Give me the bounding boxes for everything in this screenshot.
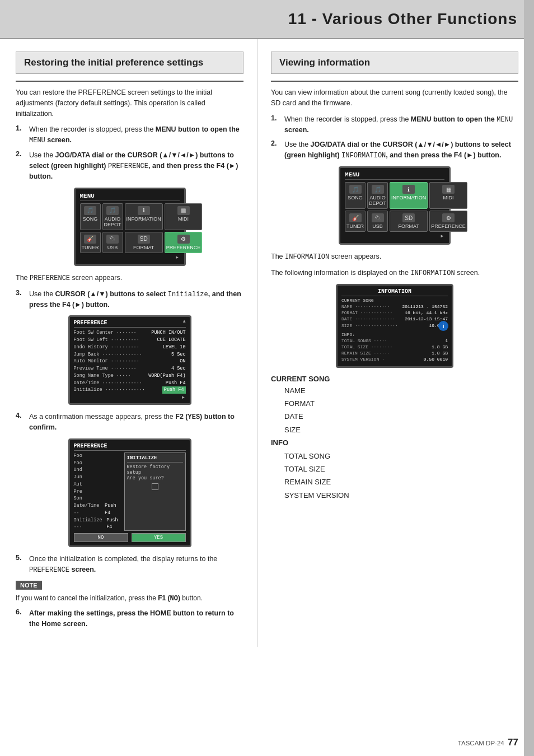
- right-section-heading: Viewing information: [271, 52, 518, 74]
- format-icon: SD: [138, 235, 150, 244]
- menu-item-song-r: 🎵 SONG: [345, 182, 366, 209]
- step-4-container: 4. As a confirmation message appears, pr…: [16, 412, 243, 433]
- step-3: 3. Use the CURSOR (▲/▼) buttons to selec…: [16, 289, 243, 310]
- info-item-date: DATE: [284, 410, 518, 423]
- page-footer: TASCAM DP-24 77: [458, 737, 518, 748]
- menu-scroll-indicator: ►: [80, 255, 180, 260]
- menu-item-tuner-r: 🎸 TUNER: [345, 211, 366, 232]
- init-dialog-title: INITIALIZE: [127, 455, 183, 463]
- menu-item-preference-highlighted: ⚙ PREFERENCE: [165, 232, 203, 253]
- right-step-1: 1. When the recorder is stopped, press t…: [271, 114, 518, 136]
- no-button[interactable]: NO: [74, 533, 128, 542]
- info-item-remain-size: REMAIN SIZE: [284, 475, 518, 488]
- left-column: Restoring the initial preference setting…: [0, 39, 257, 647]
- pref-row-initialize-highlighted: Initialize ·············· Push F4: [74, 386, 186, 394]
- menu-screen-title-left: MENU: [80, 193, 180, 201]
- yes-button[interactable]: YES: [132, 533, 186, 542]
- info-item-system-version: SYSTEM VERSION: [284, 489, 518, 502]
- current-song-cat: CURRENT SONG: [271, 375, 518, 383]
- info-item-format: FORMAT: [284, 397, 518, 410]
- song-icon-r: 🎵: [349, 185, 362, 194]
- pref-screen: PREFERENCE ▲ Foot SW Center ······· PUNC…: [68, 315, 191, 405]
- pref-row-preview-time: Preview Time ········· 4 Sec: [74, 365, 186, 372]
- midi-icon-r: ▦: [442, 185, 455, 194]
- menu-item-format-r: SD FORMAT: [390, 211, 428, 232]
- pref-scroll-down: ►: [74, 395, 186, 400]
- pref-row-foot-sw-center: Foot SW Center ······· PUNCH IN/OUT: [74, 329, 186, 337]
- right-step-2: 2. Use the JOG/DATA dial or the CURSOR (…: [271, 139, 518, 161]
- init-buttons: NO YES: [74, 533, 186, 542]
- menu-scroll-indicator-r: ►: [345, 234, 444, 239]
- menu-grid-left: 🎵 SONG 🎵 AUDIO DEPOT ℹ INFORMATION ▦ MID…: [80, 203, 180, 253]
- pref-screen-title: PREFERENCE ▲: [74, 320, 186, 328]
- usb-icon-r: 🔌: [372, 213, 384, 222]
- left-intro: You can restore the PREFERENCE screen se…: [16, 87, 243, 119]
- format-icon-r: SD: [402, 213, 415, 222]
- info-item-size: SIZE: [284, 423, 518, 436]
- note-label: NOTE: [16, 581, 42, 590]
- info-row-size: SIZE ················ 19.9 MB: [341, 323, 448, 329]
- header-bar: 11 - Various Other Functions: [0, 0, 534, 39]
- step-2: 2. Use the JOG/DATA dial or the CURSOR (…: [16, 150, 243, 182]
- menu-item-preference-r: ⚙ PREFERENCE: [429, 211, 467, 232]
- preference-icon-r: ⚙: [442, 213, 455, 222]
- step-5-container: 5. Once the initialization is completed,…: [16, 554, 243, 575]
- menu-item-audio-depot: 🎵 AUDIO DEPOT: [102, 203, 123, 230]
- info-icon: i: [438, 321, 448, 331]
- init-screen-container: PREFERENCE Foo Foo Und Jun Aut Pre Son D…: [16, 438, 243, 547]
- info-list: CURRENT SONG NAME FORMAT DATE SIZE INFO …: [271, 375, 518, 502]
- info-screen-title: INFOMATION: [341, 288, 448, 296]
- init-dialog-confirm: Are you sure?: [127, 475, 183, 481]
- pref-row-auto-monitor: Auto Monitor ·········· ON: [74, 358, 186, 365]
- note-box: NOTE: [16, 581, 243, 593]
- left-section-heading: Restoring the initial preference setting…: [16, 52, 243, 74]
- information-screen-note2: The following information is displayed o…: [271, 268, 518, 278]
- left-steps: 1. When the recorder is stopped, press t…: [16, 124, 243, 181]
- pref-screen-note: The PREFERENCE screen appears.: [16, 273, 243, 283]
- page-title: 11 - Various Other Functions: [288, 10, 517, 27]
- midi-icon: ▦: [177, 206, 190, 215]
- init-dialog: INITIALIZE Restore factory setup Are you…: [124, 452, 186, 531]
- page-number: 77: [508, 737, 518, 748]
- main-content: Restoring the initial preference setting…: [0, 39, 534, 647]
- step-3-container: 3. Use the CURSOR (▲/▼) buttons to selec…: [16, 289, 243, 310]
- step-4: 4. As a confirmation message appears, pr…: [16, 412, 243, 433]
- step-5: 5. Once the initialization is completed,…: [16, 554, 243, 575]
- right-steps: 1. When the recorder is stopped, press t…: [271, 114, 518, 161]
- info-row-system-version: SYSTEM VERSION · 0.50 0010: [341, 356, 448, 362]
- info-row-remain-size: REMAIN SIZE ······ 1.8 GB: [341, 350, 448, 356]
- right-intro: You can view information about the curre…: [271, 87, 518, 109]
- menu-item-information: ℹ INFORMATION: [125, 203, 163, 230]
- menu-item-usb: 🔌 USB: [102, 232, 123, 253]
- menu-item-information-highlighted: ℹ INFORMATION: [390, 182, 428, 209]
- menu-item-midi: ▦ MIDI: [165, 203, 203, 230]
- menu-item-midi-r: ▦ MIDI: [429, 182, 467, 209]
- pref-row-undo-history: Undo History ·········· LEVEL 10: [74, 344, 186, 351]
- menu-grid-right: 🎵 SONG 🎵 AUDIO DEPOT ℹ INFORMATION ▦ MID…: [345, 182, 444, 232]
- information-screen-note: The INFORMATION screen appears.: [271, 251, 518, 262]
- info-row-total-size: TOTAL SIZE ········ 1.8 GB: [341, 344, 448, 350]
- info-screen-container: INFOMATION CURRENT SONG NAME ···········…: [271, 284, 518, 368]
- step-6-container: 6. After making the settings, press the …: [16, 608, 243, 629]
- init-dialog-x: [152, 483, 158, 490]
- right-stripe: [524, 0, 534, 756]
- usb-icon: 🔌: [106, 235, 119, 244]
- tuner-icon-r: 🎸: [349, 213, 362, 222]
- information-icon: ℹ: [138, 206, 150, 215]
- info-section-label: INFO:: [341, 332, 448, 337]
- preference-icon: ⚙: [177, 235, 190, 244]
- menu-screen-right: MENU 🎵 SONG 🎵 AUDIO DEPOT ℹ INFORMATION: [339, 166, 451, 245]
- audio-depot-icon: 🎵: [106, 206, 119, 215]
- info-row-total-songs: TOTAL SONGS ····· 1: [341, 338, 448, 344]
- menu-item-tuner: 🎸 TUNER: [80, 232, 101, 253]
- pref-row-foot-sw-left: Foot SW Left ·········· CUE LOCATE: [74, 337, 186, 344]
- menu-screen-left: MENU 🎵 SONG 🎵 AUDIO DEPOT ℹ INFORMATION: [74, 188, 186, 266]
- init-screen: PREFERENCE Foo Foo Und Jun Aut Pre Son D…: [68, 438, 191, 547]
- right-column: Viewing information You can view informa…: [257, 39, 534, 647]
- pref-row-jump-back: Jump Back ·············· 5 Sec: [74, 351, 186, 358]
- song-icon: 🎵: [84, 206, 96, 215]
- pref-screen-container: PREFERENCE ▲ Foot SW Center ······· PUNC…: [16, 315, 243, 405]
- menu-item-audio-depot-r: 🎵 AUDIO DEPOT: [367, 182, 388, 209]
- init-screen-title: PREFERENCE: [74, 443, 186, 451]
- note-content: If you want to cancel the initialization…: [16, 593, 243, 604]
